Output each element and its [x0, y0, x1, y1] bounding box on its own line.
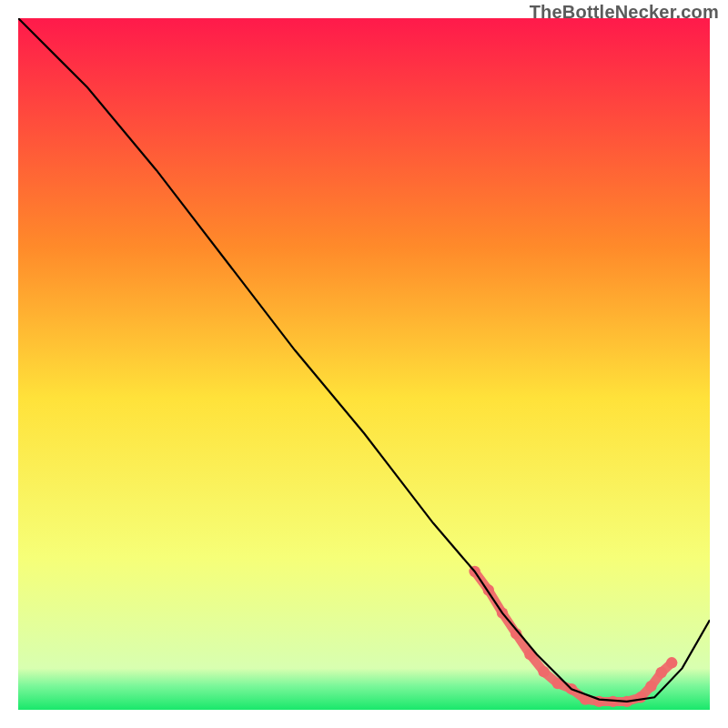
svg-point-15	[666, 657, 677, 668]
gradient-background	[18, 18, 710, 710]
svg-point-13	[645, 681, 656, 692]
chart-svg	[18, 18, 710, 710]
svg-point-12	[635, 692, 646, 703]
svg-point-5	[538, 666, 549, 677]
chart-container: TheBottleNecker.com	[0, 0, 728, 728]
plot-area	[18, 18, 710, 710]
watermark-text: TheBottleNecker.com	[530, 2, 719, 23]
svg-point-14	[656, 667, 667, 678]
